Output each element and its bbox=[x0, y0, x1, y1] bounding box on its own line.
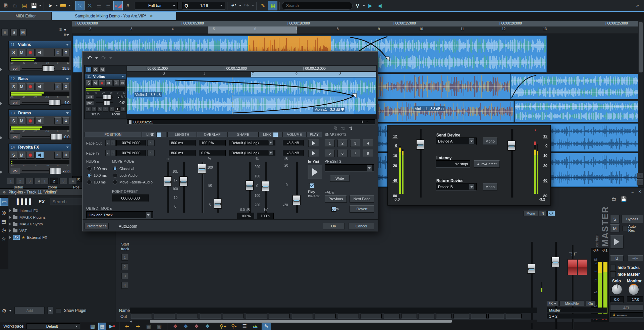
show-plugin-checkbox[interactable] bbox=[56, 308, 61, 313]
track-mute-button[interactable]: M bbox=[18, 83, 25, 90]
add-plugin-button[interactable]: Add bbox=[14, 307, 45, 314]
monitor-out-field[interactable]: ⬇-------- bbox=[610, 312, 643, 318]
fade-out-volume[interactable]: -3.3 dB bbox=[283, 140, 304, 146]
track-record-button[interactable] bbox=[26, 117, 35, 124]
shape-left-pct[interactable]: 100% bbox=[237, 213, 254, 219]
link-channels-icon[interactable]: ⊔ bbox=[610, 255, 624, 261]
master-fx-button[interactable]: FX bbox=[547, 301, 558, 306]
move-mode-radio-1[interactable] bbox=[113, 166, 117, 171]
draw-dropdown-icon[interactable] bbox=[68, 5, 71, 6]
length-fader-in[interactable] bbox=[179, 176, 187, 186]
section-volume[interactable]: VOLUME bbox=[283, 132, 306, 137]
grid-mode-select[interactable]: Full bar bbox=[135, 2, 178, 10]
start-track-button[interactable]: 3 bbox=[121, 273, 128, 279]
punch-in-icon[interactable]: ⬅ bbox=[123, 322, 131, 330]
section-shape[interactable]: SHAPE bbox=[228, 132, 259, 137]
clip-horns-left2[interactable]: Violins1 -3.3 dB □ bbox=[378, 101, 514, 122]
dialog-zoom-in-icon[interactable]: + bbox=[361, 119, 364, 124]
dialog-undo-dropdown[interactable] bbox=[95, 57, 98, 59]
section-play[interactable]: PLAY bbox=[306, 132, 322, 137]
plugin-tree-item[interactable]: FX★External FX bbox=[0, 234, 115, 241]
track-monitor-button[interactable] bbox=[36, 83, 44, 90]
cancel-button[interactable]: Cancel bbox=[348, 223, 374, 229]
strip-out-field[interactable] bbox=[246, 314, 267, 319]
range-end-icon[interactable]: ❖ bbox=[192, 322, 201, 330]
all-solo-button[interactable]: S bbox=[10, 29, 17, 36]
nudge-radio-2[interactable] bbox=[87, 173, 92, 178]
track-record-button[interactable] bbox=[26, 49, 35, 56]
shape-fader-out[interactable] bbox=[246, 180, 254, 190]
nudge-radio-1[interactable] bbox=[87, 166, 92, 171]
strip-out-field[interactable] bbox=[200, 314, 221, 319]
mono-button[interactable]: Mono bbox=[523, 211, 538, 216]
track-volume-slider[interactable] bbox=[22, 170, 55, 171]
send-mono-button[interactable]: Mono bbox=[483, 138, 497, 145]
grid-icon[interactable]: # bbox=[123, 1, 132, 10]
strip-out-field[interactable] bbox=[131, 314, 152, 319]
point-offset-field[interactable]: 000:00:000 bbox=[112, 195, 149, 202]
move-mode-radio-3[interactable] bbox=[113, 180, 117, 184]
track-mute-button[interactable]: M bbox=[18, 117, 25, 124]
bar-ruler[interactable]: 2345678910111213 bbox=[72, 26, 638, 34]
zoom-in-button[interactable]: + bbox=[637, 173, 643, 179]
history-icon[interactable]: ◷ bbox=[0, 227, 7, 233]
aux-fader-2[interactable] bbox=[551, 257, 559, 267]
search-prev-icon[interactable]: ◀ bbox=[375, 1, 384, 10]
track-lock-icon[interactable]: ⚿ bbox=[54, 117, 61, 124]
clip-strings-right[interactable] bbox=[511, 74, 643, 99]
master-fader-left[interactable] bbox=[568, 259, 577, 275]
snapshot-button[interactable]: 8 bbox=[363, 150, 373, 157]
track-editor-toggle-icon[interactable]: ▩ bbox=[89, 323, 96, 330]
fade-in-play[interactable] bbox=[308, 150, 319, 157]
undo-icon[interactable]: ↶ bbox=[229, 1, 238, 10]
page-button[interactable]: 2 bbox=[115, 107, 120, 112]
nudge-radio-3[interactable] bbox=[87, 180, 92, 184]
redo-dropdown-icon[interactable] bbox=[252, 5, 254, 6]
length-fader-out[interactable] bbox=[164, 176, 172, 186]
previous-fade-button[interactable]: Previous bbox=[325, 195, 347, 203]
track-header[interactable]: 13 Drums S M ⚿ ⚙ -80-40-20-10012 vol bbox=[8, 109, 71, 139]
fade-in-volume[interactable]: -3.3 dB bbox=[283, 150, 304, 156]
dialog-waveform[interactable]: Violins1 -3.3 dB Violins1 -3.3 dB ⛊ bbox=[127, 77, 376, 114]
workspace-select[interactable]: Default bbox=[26, 323, 80, 329]
master-circle-icon[interactable] bbox=[547, 211, 555, 216]
fade-out-length[interactable]: 860 ms bbox=[169, 140, 196, 146]
strip-out-field[interactable] bbox=[269, 314, 290, 319]
section-link2[interactable]: LINK bbox=[259, 132, 283, 137]
track-title[interactable]: 12 Bass bbox=[9, 75, 71, 82]
track-collapse-arrow[interactable] bbox=[0, 136, 2, 140]
track-grid-icon[interactable]: ⣿ bbox=[1, 29, 8, 36]
section-length[interactable]: LENGTH bbox=[167, 132, 197, 137]
strip-out-field[interactable] bbox=[361, 314, 382, 319]
mixer-toggle-icon[interactable]: ▦ bbox=[268, 1, 277, 10]
auto-crossfade-icon[interactable]: ⤬ bbox=[85, 1, 94, 10]
page-button[interactable]: 4 bbox=[69, 178, 77, 184]
cursor-dropdown-icon[interactable] bbox=[55, 5, 58, 6]
search-next-icon[interactable]: ▶ bbox=[366, 1, 375, 10]
tab-project[interactable]: Samplitude Mixing Demo - You Are.VIP* ✕ bbox=[52, 12, 176, 20]
zoom-wave-out-icon[interactable]: ⚲- bbox=[229, 322, 238, 330]
link2-checkbox[interactable] bbox=[273, 132, 278, 137]
grid-small-icon[interactable]: # bbox=[64, 33, 66, 37]
track-title[interactable]: 14 Revolta FX bbox=[9, 144, 71, 151]
track-fx-gear-icon[interactable]: ⚙ bbox=[62, 117, 69, 124]
fade-in-length[interactable]: 860 ms bbox=[169, 150, 196, 156]
n-button[interactable]: N bbox=[539, 211, 547, 216]
dialog-all-solo[interactable]: S bbox=[93, 67, 98, 72]
object-editor-icon[interactable]: ✎ bbox=[259, 1, 267, 10]
snapshot-button[interactable]: 7 bbox=[350, 150, 360, 157]
hide-tracks-checkbox[interactable] bbox=[610, 265, 616, 270]
page-button[interactable]: 3 bbox=[59, 178, 67, 184]
fx-tab-icon[interactable]: FX bbox=[39, 199, 45, 204]
page-button[interactable]: 1 bbox=[109, 107, 114, 112]
fade-in-position[interactable]: 007:01:000 bbox=[116, 150, 146, 156]
track-collapse-icon[interactable] bbox=[66, 44, 69, 46]
new-file-icon[interactable]: 🖹 bbox=[1, 1, 10, 10]
solo-knob[interactable] bbox=[611, 284, 622, 295]
auto-rec-checkbox[interactable] bbox=[622, 226, 627, 231]
track-solo-button[interactable]: S bbox=[10, 49, 17, 56]
page-button[interactable]: 1 bbox=[86, 107, 91, 112]
autodetect-button[interactable]: Auto-Detect bbox=[474, 160, 500, 168]
mixer-minimize-icon[interactable]: – bbox=[632, 190, 634, 194]
tab-midi-editor[interactable]: MIDI Editor bbox=[0, 12, 51, 20]
